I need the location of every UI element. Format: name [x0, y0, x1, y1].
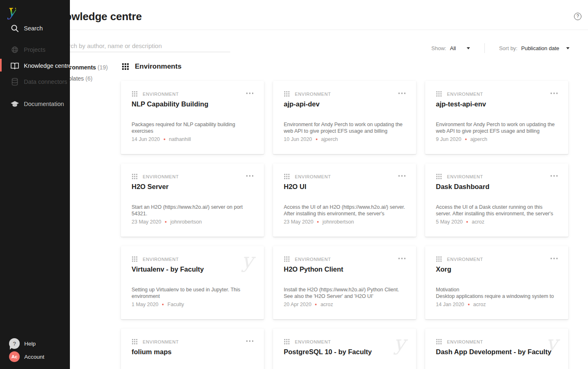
sidebar: y Search Projects Knowledge centre Data …: [0, 0, 70, 369]
menu-dot-icon: [401, 92, 403, 94]
card-menu-button[interactable]: [398, 175, 406, 177]
nav-item-count: (19): [97, 64, 108, 71]
menu-dot-icon: [553, 92, 555, 94]
environment-card[interactable]: ENVIRONMENTfolium maps: [121, 329, 264, 369]
dot-separator-icon: [164, 138, 165, 140]
environment-card[interactable]: ENVIRONMENTH2O ServerStart an H2O (https…: [121, 164, 264, 237]
card-title: ajp-api-dev: [284, 100, 405, 108]
faculty-logo[interactable]: y: [7, 2, 16, 20]
card-meta: 10 Jun 2020ajperch: [284, 136, 338, 142]
environment-card[interactable]: ENVIRONMENTH2O UIAccess the UI of an H2O…: [273, 164, 416, 237]
nav-item-count: (6): [86, 75, 93, 82]
sort-dropdown[interactable]: Publication date: [521, 45, 569, 51]
grid-icon: [284, 339, 290, 345]
card-title: H2O Server: [132, 182, 253, 191]
card-type-label: ENVIRONMENT: [295, 174, 331, 179]
dot-separator-icon: [165, 221, 167, 223]
card-description: Environment for Andy Perch to work on up…: [436, 122, 558, 134]
card-type-label: ENVIRONMENT: [447, 339, 483, 344]
sidebar-item-projects[interactable]: Projects: [0, 44, 70, 55]
main-header: Knowledge centre ?: [0, 0, 588, 30]
grid-icon: [436, 339, 442, 345]
environment-card[interactable]: ENVIRONMENTyDash App Development - by Fa…: [425, 329, 568, 369]
card-description: Access the UI of a Dask cluster running …: [436, 204, 558, 217]
card-menu-button[interactable]: [246, 92, 254, 94]
card-header: ENVIRONMENT: [132, 256, 179, 262]
help-circle-icon[interactable]: ?: [574, 13, 581, 20]
dot-separator-icon: [466, 221, 468, 223]
sidebar-item-help[interactable]: ? Help: [0, 338, 70, 349]
card-description: Setting up Virtualenv to be used in Jupy…: [132, 287, 253, 300]
environment-card[interactable]: ENVIRONMENTDask DashboardAccess the UI o…: [425, 164, 568, 237]
card-type-label: ENVIRONMENT: [143, 339, 179, 344]
card-menu-button[interactable]: [246, 175, 254, 177]
card-author: johnrobertson: [322, 219, 354, 225]
card-description: Packages required for NLP capability bui…: [132, 122, 253, 134]
card-menu-button[interactable]: [551, 258, 558, 259]
sidebar-item-documentation[interactable]: Documentation: [0, 98, 70, 110]
graduation-cap-icon: [10, 100, 19, 108]
card-title: ajp-test-api-env: [436, 100, 558, 108]
cards-grid: ENVIRONMENTNLP Capability BuildingPackag…: [121, 81, 568, 369]
sidebar-item-data-connectors[interactable]: Data connectors: [0, 76, 70, 88]
card-menu-button[interactable]: [246, 340, 254, 342]
chevron-down-icon: [566, 47, 569, 49]
environment-card[interactable]: ENVIRONMENTajp-test-api-envEnvironment f…: [425, 81, 568, 154]
card-meta: 9 Jun 2020ajperch: [436, 136, 487, 142]
menu-dot-icon: [404, 258, 406, 259]
card-author: ajperch: [470, 136, 487, 142]
card-title: Dash App Development - by Faculty: [436, 348, 558, 356]
sidebar-item-search[interactable]: Search: [0, 23, 70, 34]
card-meta: 5 May 2020acroz: [436, 219, 484, 225]
card-date: 9 Jun 2020: [436, 136, 461, 142]
environment-card[interactable]: ENVIRONMENTyPostgreSQL 10 - by Faculty: [273, 329, 416, 369]
card-header: ENVIRONMENT: [132, 339, 179, 345]
sidebar-item-knowledge-centre[interactable]: Knowledge centre: [0, 60, 70, 71]
menu-dot-icon: [398, 175, 400, 177]
menu-dot-icon: [398, 92, 400, 94]
sort-value: Publication date: [521, 45, 559, 51]
menu-dot-icon: [249, 340, 251, 342]
show-label: Show:: [431, 45, 446, 51]
sidebar-item-label: Account: [24, 354, 44, 360]
menu-dot-icon: [401, 258, 403, 259]
grid-icon: [436, 173, 442, 180]
menu-dot-icon: [246, 175, 248, 177]
card-meta: 14 Jun 2020nathanhill: [132, 136, 191, 142]
dot-separator-icon: [162, 304, 164, 305]
card-menu-button[interactable]: [398, 258, 406, 259]
card-description: Motivation Desktop applications require …: [436, 287, 558, 300]
card-type-label: ENVIRONMENT: [295, 92, 331, 97]
menu-dot-icon: [246, 92, 248, 94]
menu-dot-icon: [556, 175, 558, 177]
card-title: PostgreSQL 10 - by Faculty: [284, 348, 405, 356]
environment-card[interactable]: ENVIRONMENTNLP Capability BuildingPackag…: [121, 81, 264, 154]
card-header: ENVIRONMENT: [436, 339, 483, 345]
divider: [484, 43, 485, 53]
sidebar-item-label: Help: [24, 341, 36, 347]
sidebar-item-label: Data connectors: [24, 78, 67, 85]
menu-dot-icon: [249, 175, 251, 177]
environment-card[interactable]: ENVIRONMENTajp-api-devEnvironment for An…: [273, 81, 416, 154]
menu-dot-icon: [551, 92, 552, 94]
card-type-label: ENVIRONMENT: [143, 257, 179, 262]
card-type-label: ENVIRONMENT: [295, 339, 331, 344]
card-meta: 14 Jan 2020acroz: [436, 302, 486, 307]
search-input[interactable]: [58, 40, 230, 52]
environment-card[interactable]: ENVIRONMENTXorgMotivation Desktop applic…: [425, 246, 568, 319]
dot-separator-icon: [317, 221, 319, 223]
show-dropdown[interactable]: All: [450, 45, 470, 51]
card-menu-button[interactable]: [551, 92, 558, 94]
section-title: Environments: [135, 62, 181, 71]
card-description: Environment for Andy Perch to work on up…: [284, 122, 405, 134]
card-type-label: ENVIRONMENT: [143, 174, 179, 179]
environment-card[interactable]: ENVIRONMENTyVirtualenv - by FacultySetti…: [121, 246, 264, 319]
card-date: 23 May 2020: [132, 219, 161, 225]
dot-separator-icon: [315, 304, 317, 305]
environment-card[interactable]: ENVIRONMENTH2O Python ClientInstall the …: [273, 246, 416, 319]
card-menu-button[interactable]: [398, 92, 406, 94]
sidebar-item-account[interactable]: Ac Account: [0, 351, 70, 362]
card-title: folium maps: [132, 348, 253, 356]
card-menu-button[interactable]: [551, 175, 558, 177]
card-header: ENVIRONMENT: [284, 256, 331, 262]
